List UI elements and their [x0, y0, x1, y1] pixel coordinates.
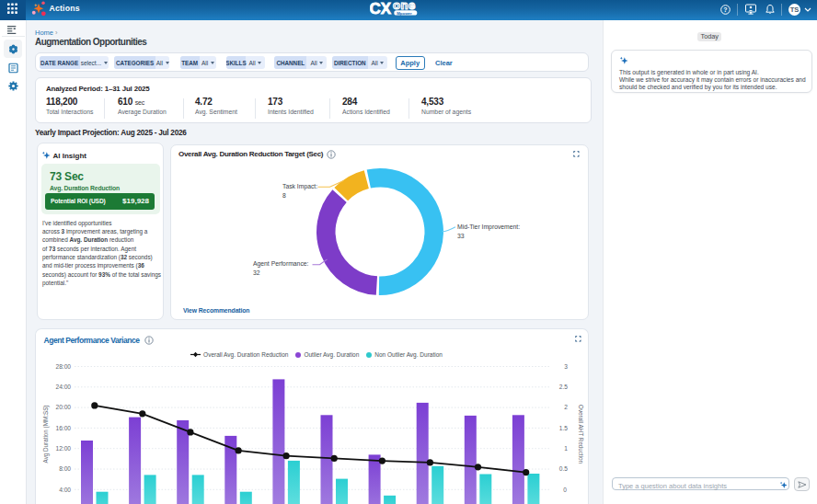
svg-text:28:00: 28:00: [55, 362, 71, 369]
svg-text:4:00: 4:00: [59, 486, 71, 492]
svg-text:1.5: 1.5: [559, 424, 568, 430]
svg-text:16:00: 16:00: [55, 424, 71, 430]
svg-text:20:00: 20:00: [55, 404, 71, 410]
svg-text:8:00: 8:00: [59, 465, 71, 472]
svg-text:2.5: 2.5: [559, 384, 568, 390]
svg-text:Mpower: Mpower: [397, 11, 412, 16]
svg-text:CX: CX: [370, 1, 392, 17]
svg-text:1: 1: [564, 444, 568, 451]
svg-text:3: 3: [564, 362, 568, 369]
svg-text:12:00: 12:00: [55, 444, 71, 451]
svg-text:Avg Duration (MM:SS): Avg Duration (MM:SS): [42, 405, 50, 463]
svg-text:2: 2: [564, 404, 568, 410]
svg-text:24:00: 24:00: [55, 384, 71, 390]
svg-text:Overall AHT Reduction: Overall AHT Reduction: [578, 405, 584, 464]
svg-text:0.5: 0.5: [559, 465, 568, 472]
svg-text:?: ?: [723, 6, 727, 13]
svg-text:0: 0: [563, 486, 567, 492]
